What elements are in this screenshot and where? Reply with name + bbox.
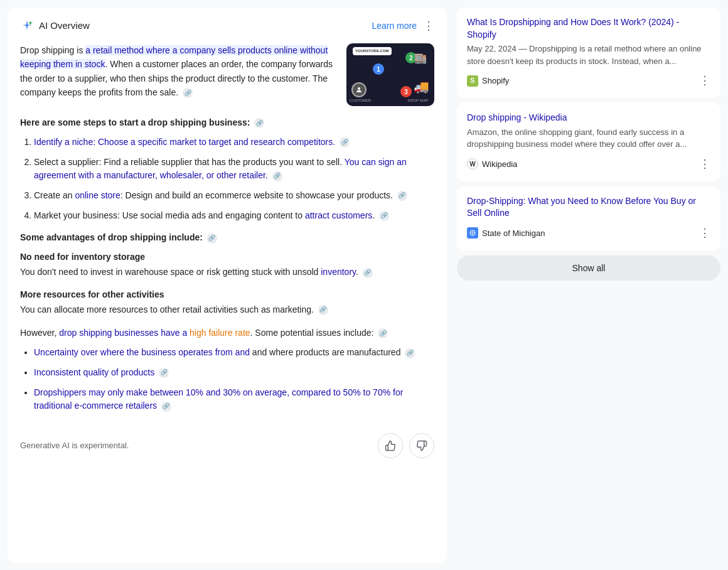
intro-normal-1: Drop shipping is xyxy=(20,45,85,55)
step-item-2: Select a supplier: Find a reliable suppl… xyxy=(34,156,434,183)
shopify-card-date: May 22, 2024 — Dropshipping is a retail … xyxy=(467,43,710,67)
cite-icon-step2[interactable]: 🔗 xyxy=(272,171,282,181)
failure-item-2: Inconsistent quality of products 🔗 xyxy=(34,366,434,380)
intro-text: Drop shipping is a retail method where a… xyxy=(20,43,336,106)
cite-icon-failure2[interactable]: 🔗 xyxy=(159,368,169,378)
cite-icon-failure[interactable]: 🔗 xyxy=(378,328,388,338)
step-4-text-link: attract customers xyxy=(305,210,372,220)
right-panel: What Is Dropshipping and How Does It Wor… xyxy=(457,8,720,562)
cite-icon-advantages[interactable]: 🔗 xyxy=(207,234,217,244)
learn-more-link[interactable]: Learn more xyxy=(372,19,417,33)
cite-icon-step3[interactable]: 🔗 xyxy=(397,191,407,201)
ai-header: AI Overview Learn more ⋮ xyxy=(20,18,434,35)
michigan-badge: State of Michigan xyxy=(467,227,545,240)
steps-heading: Here are some steps to start a drop ship… xyxy=(20,116,434,129)
step-3-text-link: online store xyxy=(75,190,120,200)
steps-heading-text: Here are some steps to start a drop ship… xyxy=(20,117,250,127)
cite-icon-step1[interactable]: 🔗 xyxy=(340,137,350,148)
cite-icon-intro[interactable]: 🔗 xyxy=(183,88,193,98)
shopify-badge: S Shopify xyxy=(467,75,509,87)
failure-item-1: Uncertainty over where the business oper… xyxy=(34,346,434,360)
advantage-1-text-link: inventory xyxy=(321,267,356,277)
ai-header-left: AI Overview xyxy=(20,19,90,33)
source-card-wikipedia: Drop shipping - Wikipedia Amazon, the on… xyxy=(457,103,720,181)
advantages-heading-text: Some advantages of drop shipping include… xyxy=(20,232,203,242)
advantage-1: No need for inventory storage You don't … xyxy=(20,250,434,279)
step-item-1: Identify a niche: Choose a specific mark… xyxy=(34,136,434,149)
step-1-text: Identify a niche: Choose a specific mark… xyxy=(34,137,335,147)
failure-text-2: . Some potential issues include: xyxy=(250,328,374,338)
cite-icon-step4[interactable]: 🔗 xyxy=(379,211,389,221)
advantage-1-desc: You don't need to invest in warehouse sp… xyxy=(20,266,434,279)
michigan-card-footer: State of Michigan ⋮ xyxy=(467,225,710,242)
footer-bar: Generative AI is experimental. xyxy=(20,428,434,458)
thumbs-up-button[interactable] xyxy=(378,433,403,458)
wikipedia-more-icon[interactable]: ⋮ xyxy=(699,156,710,173)
footer-text: Generative AI is experimental. xyxy=(20,439,129,452)
michigan-icon xyxy=(467,227,478,239)
advantage-1-title: No need for inventory storage xyxy=(20,250,434,264)
wikipedia-badge: W Wikipedia xyxy=(467,158,517,171)
wikipedia-card-desc: Amazon, the online shopping giant, found… xyxy=(467,126,710,151)
step-3-text-1: Create an xyxy=(34,190,75,200)
failure-link-1: drop shipping businesses have a xyxy=(59,328,190,338)
diagram-store-icon: 🏬 xyxy=(414,51,427,66)
advantage-2-text: You can allocate more resources to other… xyxy=(20,304,314,315)
step-4-text-1: Market your business: Use social media a… xyxy=(34,210,305,220)
failure-item-1-text: Uncertainty over where the business oper… xyxy=(34,347,252,357)
diagram-customer-label: CUSTOMER xyxy=(349,98,372,104)
steps-list: Identify a niche: Choose a specific mark… xyxy=(34,136,434,222)
michigan-more-icon[interactable]: ⋮ xyxy=(699,225,710,242)
intro-block: Drop shipping is a retail method where a… xyxy=(20,43,434,106)
shopify-card-title[interactable]: What Is Dropshipping and How Does It Wor… xyxy=(467,16,710,41)
step-4-text-2: . xyxy=(372,210,375,220)
shopify-card-footer: S Shopify ⋮ xyxy=(467,72,710,89)
svg-point-0 xyxy=(358,87,360,90)
failure-block: However, drop shipping businesses have a… xyxy=(20,326,434,413)
more-options-icon[interactable]: ⋮ xyxy=(423,18,434,35)
wikipedia-card-title[interactable]: Drop shipping - Wikipedia xyxy=(467,112,710,124)
diagram-customer-circle xyxy=(351,82,367,97)
wikipedia-card-footer: W Wikipedia ⋮ xyxy=(467,156,710,173)
advantage-2-desc: You can allocate more resources to other… xyxy=(20,303,434,317)
step-item-3: Create an online store: Design and build… xyxy=(34,189,434,203)
diagram-step1: 1 xyxy=(373,63,384,75)
show-all-button[interactable]: Show all xyxy=(457,255,720,281)
ai-overview-panel: AI Overview Learn more ⋮ Drop shipping i… xyxy=(8,8,447,562)
michigan-card-title[interactable]: Drop-Shipping: What you Need to Know Bef… xyxy=(467,195,710,220)
ai-header-right: Learn more ⋮ xyxy=(372,18,434,35)
failure-item-2-text: Inconsistent quality of products xyxy=(34,367,154,377)
wikipedia-icon: W xyxy=(467,158,478,169)
cite-icon-steps[interactable]: 🔗 xyxy=(254,118,264,128)
cite-icon-failure3[interactable]: 🔗 xyxy=(161,402,171,412)
feedback-buttons xyxy=(378,433,434,458)
step-2-text-1: Select a supplier: Find a reliable suppl… xyxy=(34,157,345,167)
shopify-label: Shopify xyxy=(482,75,509,87)
diagram-truck-icon: 🚚 xyxy=(414,77,429,96)
diagram-dropship-label: DROP SHIP xyxy=(403,98,433,104)
failure-orange: high failure rate xyxy=(190,328,250,338)
shopify-more-icon[interactable]: ⋮ xyxy=(699,72,710,89)
advantage-2-title: More resources for other activities xyxy=(20,288,434,301)
failure-list: Uncertainty over where the business oper… xyxy=(34,346,434,413)
cite-icon-advantage2[interactable]: 🔗 xyxy=(318,305,328,315)
cite-icon-advantage1[interactable]: 🔗 xyxy=(363,268,373,278)
advantages-heading: Some advantages of drop shipping include… xyxy=(20,231,434,244)
advantage-1-text-1: You don't need to invest in warehouse sp… xyxy=(20,267,321,277)
sparkle-icon xyxy=(20,19,34,33)
failure-item-3: Dropshippers may only make between 10% a… xyxy=(34,386,434,413)
failure-text-1: However, xyxy=(20,328,59,338)
advantage-1-text-2: . xyxy=(356,267,358,277)
shopify-icon: S xyxy=(467,75,478,87)
dropship-diagram: YOURSTORE.COM CUSTOMER 1 2 3 🚚 DROP SHIP… xyxy=(346,43,434,106)
ai-title: AI Overview xyxy=(39,19,90,33)
wikipedia-label: Wikipedia xyxy=(482,158,517,171)
diagram-store-label: YOURSTORE.COM xyxy=(353,47,392,55)
advantage-2: More resources for other activities You … xyxy=(20,288,434,317)
cite-icon-failure1[interactable]: 🔗 xyxy=(405,348,415,358)
source-card-shopify: What Is Dropshipping and How Does It Wor… xyxy=(457,8,720,98)
thumbs-down-button[interactable] xyxy=(409,433,434,458)
step-item-4: Market your business: Use social media a… xyxy=(34,209,434,223)
step-3-text-2: : Design and build an ecommerce website … xyxy=(120,190,393,200)
diagram-step3: 3 xyxy=(400,86,412,97)
